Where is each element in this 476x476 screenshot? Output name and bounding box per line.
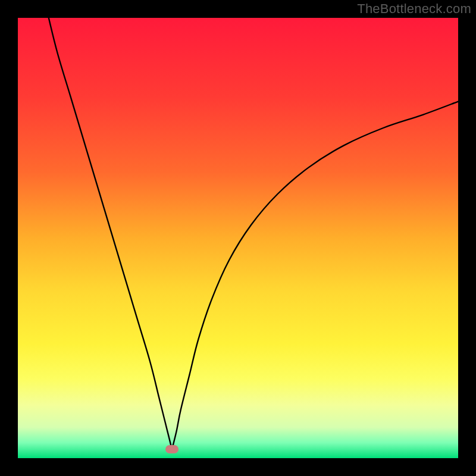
watermark-text: TheBottleneck.com (357, 1, 471, 17)
bottleneck-curve (18, 18, 458, 458)
plot-area (18, 18, 458, 458)
minimum-marker (165, 445, 178, 453)
chart-container: TheBottleneck.com (0, 0, 476, 476)
